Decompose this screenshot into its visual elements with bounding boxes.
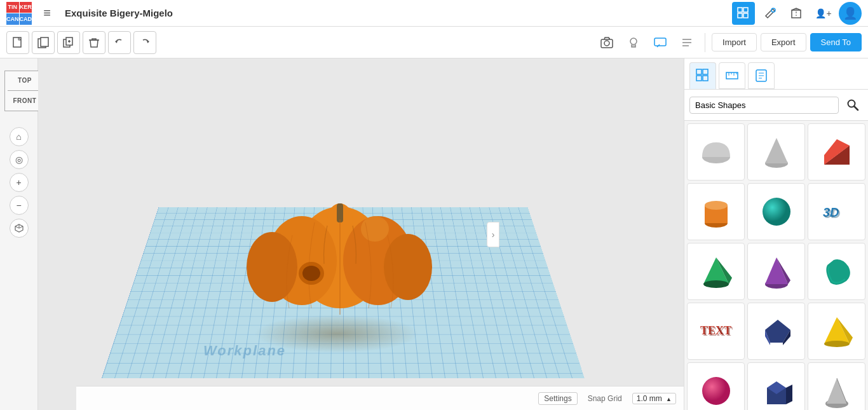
lightbulb-icon — [627, 36, 641, 50]
left-panel: TOP FRONT ⌂ ◎ + − — [0, 58, 38, 410]
tab-ruler[interactable] — [719, 62, 745, 89]
align-icon — [680, 36, 694, 50]
copy-file-button[interactable] — [32, 31, 55, 54]
svg-line-27 — [15, 226, 19, 228]
svg-marker-84 — [827, 378, 847, 404]
svg-rect-1 — [743, 8, 748, 12]
svg-rect-41 — [703, 76, 708, 81]
tools-icon — [764, 7, 776, 20]
svg-marker-14 — [115, 40, 118, 43]
undo-button[interactable] — [108, 31, 131, 54]
zoom-in-button[interactable]: + — [10, 173, 29, 192]
svg-point-62 — [763, 198, 790, 226]
search-button[interactable] — [843, 95, 863, 115]
target-button[interactable]: ◎ — [10, 150, 29, 169]
message-icon — [653, 36, 667, 50]
shape-half-sphere[interactable] — [687, 123, 745, 181]
tab-notes[interactable] — [748, 62, 775, 89]
copy-file-icon — [37, 37, 49, 48]
undo-icon — [114, 37, 125, 48]
bottom-bar: Settings Snap Grid 1.0 mm ▲ — [76, 386, 684, 410]
shape-wedge-red[interactable] — [808, 123, 865, 181]
zoom-out-button[interactable]: − — [10, 196, 29, 215]
pumpkin-model — [229, 156, 451, 334]
shape-cone-gray2[interactable] — [808, 362, 865, 410]
svg-rect-39 — [703, 69, 708, 74]
cube-orientation-button[interactable] — [10, 219, 29, 238]
shape-sphere-pink[interactable] — [687, 362, 745, 410]
logo-ker: KER — [20, 2, 32, 13]
lightbulb-button[interactable] — [622, 31, 645, 54]
top-nav: TIN KER CAN CAD ≡ Exquisite Bigery-Migel… — [0, 0, 868, 27]
send-to-button[interactable]: Send To — [810, 33, 862, 51]
add-user-button[interactable]: 👤+ — [812, 2, 835, 25]
main-area: TOP FRONT ⌂ ◎ + − Workpl — [0, 58, 868, 410]
cube-3d-icon — [14, 223, 24, 233]
box-button[interactable] — [785, 2, 808, 25]
camera-icon — [600, 36, 614, 50]
right-panel-tabs — [684, 58, 868, 90]
view-controls: ⌂ ◎ + − — [10, 127, 29, 238]
box-icon — [790, 7, 803, 20]
canvas-area[interactable]: Workplane — [38, 58, 684, 410]
align-button[interactable] — [675, 31, 698, 54]
shape-prism-blue[interactable] — [747, 303, 805, 360]
duplicate-button[interactable] — [57, 31, 80, 54]
export-button[interactable]: Export — [761, 33, 806, 51]
pumpkin-svg — [229, 156, 451, 334]
shape-box-navy[interactable] — [747, 362, 805, 410]
cube-divider — [8, 90, 42, 91]
cube-front-label: FRONT — [13, 97, 37, 104]
shape-rounded-teal[interactable] — [808, 243, 865, 300]
snap-arrow-icon: ▲ — [666, 396, 672, 402]
shape-pyramid-yellow[interactable] — [808, 303, 865, 360]
svg-marker-82 — [786, 385, 792, 404]
svg-rect-8 — [41, 38, 48, 46]
svg-rect-21 — [654, 38, 666, 46]
logo-can: CAN — [6, 13, 19, 25]
svg-point-79 — [702, 377, 730, 405]
redo-button[interactable] — [133, 31, 156, 54]
cube-top-label: TOP — [18, 77, 32, 84]
shape-sphere-teal[interactable] — [747, 183, 805, 240]
duplicate-icon — [63, 37, 74, 48]
svg-rect-18 — [609, 38, 610, 39]
toolbar-right: Import Export Send To — [595, 31, 862, 54]
svg-point-37 — [302, 266, 320, 281]
svg-point-78 — [824, 341, 850, 347]
settings-button[interactable]: Settings — [538, 392, 577, 405]
message-button[interactable] — [649, 31, 672, 54]
tab-shapes[interactable] — [689, 62, 716, 89]
profile-button[interactable]: 👤 — [839, 2, 862, 25]
delete-button[interactable] — [83, 31, 105, 54]
menu-button[interactable]: ≡ — [36, 2, 58, 25]
import-button[interactable]: Import — [712, 33, 757, 51]
logo-tin: TIN — [6, 2, 19, 13]
toolbar: Import Export Send To — [0, 27, 868, 58]
search-icon — [846, 99, 859, 111]
new-file-icon — [12, 37, 24, 48]
svg-rect-38 — [696, 69, 702, 74]
camera-button[interactable] — [595, 31, 618, 54]
shape-text3d[interactable]: 3D 3D — [808, 183, 865, 240]
right-panel-header: Basic Shapes Letters Numbers Connectors … — [684, 90, 868, 121]
snap-grid-value[interactable]: 1.0 mm ▲ — [632, 393, 676, 404]
shape-cone-purple[interactable] — [747, 243, 805, 300]
svg-rect-42 — [726, 72, 738, 79]
shapes-grid: 3D 3D — [684, 121, 868, 410]
delete-icon — [88, 37, 100, 48]
svg-point-32 — [384, 234, 432, 300]
tools-button[interactable] — [759, 2, 782, 25]
svg-point-17 — [604, 41, 609, 46]
svg-line-26 — [19, 226, 23, 228]
collapse-panel-button[interactable]: › — [487, 222, 499, 247]
shape-cone-gray[interactable] — [747, 123, 805, 181]
shape-text-block[interactable]: TEXT TEXT — [687, 303, 745, 360]
new-button[interactable] — [6, 31, 29, 54]
grid-view-button[interactable] — [732, 2, 755, 25]
home-button[interactable]: ⌂ — [10, 127, 29, 146]
shape-pyramid-green[interactable] — [687, 243, 745, 300]
snap-value-text: 1.0 mm — [637, 394, 662, 403]
shape-cylinder[interactable] — [687, 183, 745, 240]
shapes-category-select[interactable]: Basic Shapes Letters Numbers Connectors … — [689, 97, 839, 114]
